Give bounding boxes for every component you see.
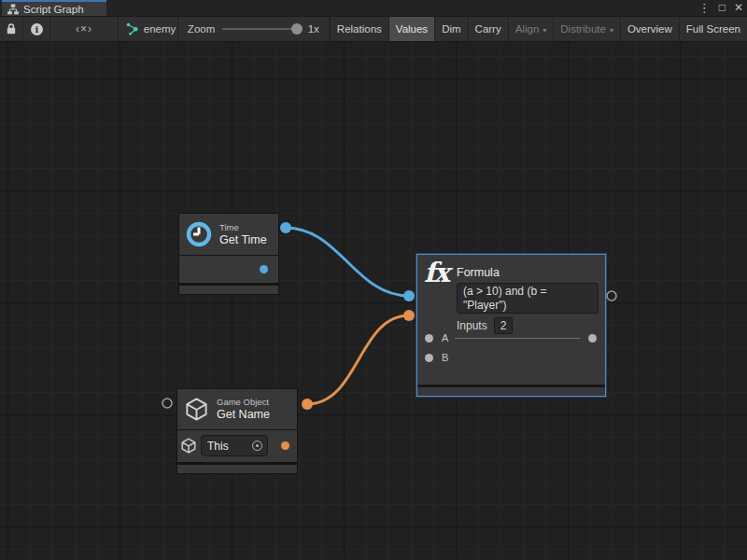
- angle-x-icon: ‹×›: [76, 22, 92, 35]
- zoom-value: 1x: [308, 23, 319, 35]
- formula-fx-icon: fx: [424, 257, 448, 288]
- get-time-ports: [179, 256, 278, 283]
- graph-name: enemy: [144, 23, 176, 35]
- edge-endpoint-dot[interactable]: [280, 222, 291, 233]
- chevron-down-icon: ▾: [610, 26, 613, 35]
- tab-title: Script Graph: [23, 4, 84, 15]
- window-menu-icon[interactable]: ⋮: [698, 0, 711, 16]
- values-button[interactable]: Values: [388, 17, 434, 41]
- formula-input-b-port[interactable]: [425, 354, 433, 362]
- get-name-ports: This: [177, 430, 297, 462]
- relations-button[interactable]: Relations: [330, 17, 388, 41]
- zoom-slider-handle[interactable]: [291, 23, 303, 35]
- info-icon: i: [31, 23, 43, 35]
- formula-main: fx Formula (a > 10) and (b = "Player") I…: [417, 255, 605, 385]
- value-connector-line: [455, 338, 580, 339]
- get-name-header: Game Object Get Name: [177, 389, 297, 429]
- node-get-name[interactable]: Game Object Get Name This: [177, 389, 297, 473]
- port-label: B: [442, 352, 448, 363]
- edge-endpoint-dot[interactable]: [403, 310, 415, 321]
- edge-endpoint-dot[interactable]: [403, 290, 415, 301]
- clock-icon: [186, 221, 212, 247]
- node-category: Time: [219, 222, 267, 233]
- distribute-button[interactable]: Distribute ▾: [553, 17, 620, 41]
- zoom-label: Zoom: [188, 23, 215, 35]
- cube-icon: [180, 437, 197, 455]
- close-icon[interactable]: ✕: [734, 0, 743, 16]
- graph-breadcrumb[interactable]: enemy: [119, 17, 178, 41]
- node-formula[interactable]: fx Formula (a > 10) and (b = "Player") I…: [416, 254, 606, 397]
- maximize-icon[interactable]: □: [719, 0, 726, 16]
- get-time-footer: [179, 286, 278, 294]
- formula-expression-input[interactable]: (a > 10) and (b = "Player"): [457, 283, 599, 314]
- object-picker-icon[interactable]: [252, 441, 262, 451]
- formula-output-port[interactable]: [588, 334, 597, 343]
- formula-output-outer-port[interactable]: [607, 291, 616, 301]
- overview-button[interactable]: Overview: [620, 17, 679, 41]
- hierarchy-icon: [7, 4, 19, 15]
- tab-bar: Script Graph ⋮ □ ✕: [0, 0, 747, 16]
- node-title: Get Time: [219, 233, 267, 247]
- node-title: Get Name: [217, 408, 270, 422]
- node-category: Game Object: [217, 397, 270, 408]
- zoom-control: Zoom 1x: [178, 17, 330, 41]
- script-graph-window: Script Graph ⋮ □ ✕ i ‹×›: [0, 0, 747, 560]
- formula-row-b: B: [417, 348, 605, 367]
- target-object-value: This: [207, 440, 229, 453]
- formula-footer: [417, 387, 605, 396]
- get-name-output-port[interactable]: [281, 441, 289, 450]
- edge-gettime-to-formula[interactable]: [286, 228, 409, 296]
- node-get-time[interactable]: Time Get Time: [179, 214, 278, 294]
- formula-row-a: A: [417, 329, 605, 347]
- info-button[interactable]: i: [23, 17, 50, 41]
- node-title: Formula: [457, 266, 500, 279]
- fullscreen-button[interactable]: Full Screen: [679, 17, 747, 41]
- get-name-footer: [177, 465, 297, 473]
- window-controls: ⋮ □ ✕: [698, 0, 743, 16]
- get-time-header: Time Get Time: [179, 214, 278, 255]
- port-label: A: [442, 332, 448, 343]
- getname-target-outer-port[interactable]: [162, 399, 172, 408]
- get-time-output-port[interactable]: [260, 265, 268, 273]
- zoom-slider[interactable]: [222, 28, 300, 30]
- align-button[interactable]: Align ▾: [508, 17, 554, 41]
- lock-icon: [6, 22, 17, 35]
- toolbar-buttons: Relations Values Dim Carry Align ▾ Distr…: [330, 17, 747, 41]
- edge-endpoint-dot[interactable]: [302, 399, 313, 410]
- edge-layer: [0, 42, 747, 559]
- cube-icon: [184, 397, 209, 422]
- lock-button[interactable]: [0, 17, 23, 41]
- script-graph-asset-icon: [126, 22, 139, 35]
- tab-script-graph[interactable]: Script Graph: [2, 0, 106, 16]
- formula-input-a-port[interactable]: [425, 334, 433, 343]
- target-object-field[interactable]: This: [201, 435, 268, 456]
- carry-button[interactable]: Carry: [468, 17, 508, 41]
- chevron-down-icon: ▾: [543, 26, 546, 35]
- graph-canvas[interactable]: Time Get Time fx Formula (a > 10) and (b…: [0, 42, 747, 559]
- graph-toolbar: i ‹×› enemy Zoom 1x Relations: [0, 16, 747, 42]
- edge-getname-to-formula[interactable]: [307, 315, 409, 404]
- code-view-button[interactable]: ‹×›: [50, 17, 118, 41]
- dim-button[interactable]: Dim: [434, 17, 467, 41]
